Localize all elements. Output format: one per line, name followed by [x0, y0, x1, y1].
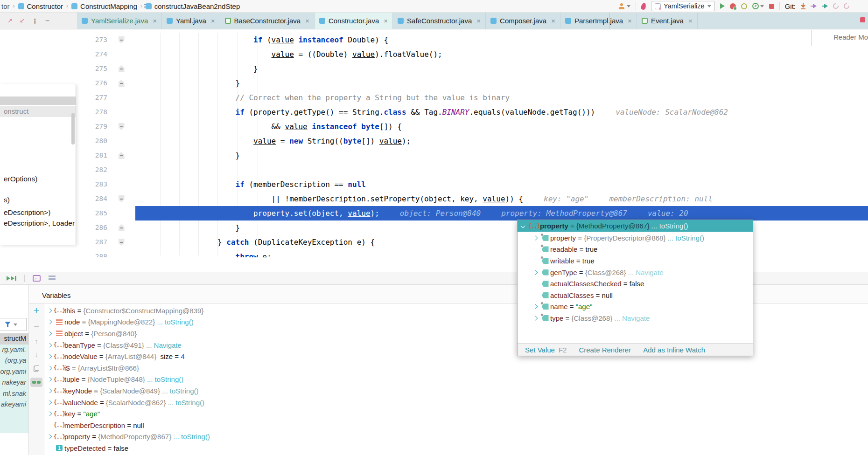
- git-commit-button[interactable]: [811, 4, 817, 8]
- popup-variable-row[interactable]: actualClassesChecked = false: [518, 278, 753, 290]
- fold-start-icon[interactable]: [119, 195, 125, 202]
- resume-program-icon[interactable]: [7, 276, 16, 281]
- fold-gutter[interactable]: [107, 119, 135, 134]
- expand-arrow-icon[interactable]: [47, 343, 52, 347]
- fold-gutter[interactable]: [107, 62, 135, 76]
- fold-gutter[interactable]: [107, 47, 135, 62]
- code-line-273[interactable]: 273 if (value instanceof Double) {: [0, 33, 868, 47]
- fold-gutter[interactable]: [107, 235, 135, 249]
- close-icon[interactable]: ×: [476, 17, 481, 25]
- expand-arrow-icon[interactable]: [47, 331, 52, 336]
- tab-parserimpl-java[interactable]: ParserImpl.java×: [560, 13, 637, 29]
- fold-gutter[interactable]: [107, 221, 135, 235]
- profiler-flame-icon[interactable]: [640, 2, 646, 10]
- tab-yamlserialize-java[interactable]: YamlSerialize.java×: [77, 13, 162, 29]
- breadcrumb-item[interactable]: Constructor: [18, 2, 63, 10]
- expand-arrow-icon[interactable]: [47, 320, 52, 324]
- fold-end-icon[interactable]: [119, 65, 125, 72]
- more-options-icon[interactable]: ⋮: [32, 17, 38, 25]
- variable-row[interactable]: {..}key = "age": [45, 408, 868, 420]
- close-icon[interactable]: ×: [551, 17, 555, 25]
- run-button[interactable]: [720, 3, 725, 9]
- stack-frame-row[interactable]: structM: [0, 333, 28, 345]
- expand-arrow-icon[interactable]: [47, 412, 52, 416]
- close-icon[interactable]: ×: [384, 17, 388, 25]
- fold-gutter[interactable]: [107, 105, 135, 119]
- close-icon[interactable]: ×: [153, 17, 157, 25]
- popup-variable-row[interactable]: readable = true: [518, 244, 753, 255]
- code-line-274[interactable]: 274 value = ((Double) value).floatValue(…: [0, 47, 868, 62]
- fold-end-icon[interactable]: [119, 224, 125, 231]
- profiler-button[interactable]: [752, 3, 764, 9]
- expand-arrow-icon[interactable]: [533, 304, 538, 309]
- stack-frame-row[interactable]: org.yami: [0, 366, 28, 378]
- expand-cell[interactable]: [45, 366, 54, 370]
- popup-action-set-value[interactable]: Set Value: [525, 346, 555, 354]
- stack-frame-row[interactable]: rg.yaml.: [0, 345, 28, 356]
- close-icon[interactable]: ×: [688, 17, 693, 25]
- stop-button[interactable]: [769, 4, 774, 9]
- fold-gutter[interactable]: [107, 206, 135, 221]
- variable-row[interactable]: {..}valueNode = {ScalarNode@862} ... toS…: [45, 397, 868, 408]
- popup-action-create-renderer[interactable]: Create Renderer: [579, 346, 631, 354]
- close-icon[interactable]: ×: [628, 17, 632, 25]
- left-panel-selected-item[interactable]: onstruct: [0, 106, 76, 117]
- expand-cell[interactable]: [45, 412, 54, 415]
- run-with-coverage-button[interactable]: [741, 3, 747, 9]
- expand-cell[interactable]: [45, 344, 54, 347]
- stack-frame-row[interactable]: nakeyar: [0, 377, 28, 388]
- expand-arrow-icon[interactable]: [533, 316, 538, 321]
- expand-cell[interactable]: [45, 378, 54, 381]
- stack-frame-row[interactable]: (org.ya: [0, 355, 28, 366]
- tab-safeconstructor-java[interactable]: SafeConstructor.java×: [393, 13, 486, 29]
- expand-arrow-icon[interactable]: [533, 270, 538, 275]
- popup-selected-row[interactable]: {..} property = {MethodProperty@867} ...…: [518, 220, 753, 232]
- popup-variable-row[interactable]: name = "age": [518, 301, 753, 313]
- expand-cell[interactable]: [531, 305, 540, 308]
- line-number[interactable]: 274: [0, 47, 107, 62]
- move-down-button[interactable]: ↓: [35, 350, 38, 358]
- expand-cell[interactable]: [45, 389, 54, 393]
- tab-event-java[interactable]: Event.java×: [637, 13, 698, 29]
- expand-cell[interactable]: [45, 332, 54, 335]
- fold-gutter[interactable]: [107, 76, 135, 90]
- run-configuration-select[interactable]: YamlSerialize: [651, 1, 715, 11]
- code-line-284[interactable]: 284 || !memberDescription.setProperty(ob…: [0, 192, 868, 206]
- expand-cell[interactable]: [45, 355, 54, 358]
- code-line-277[interactable]: 277 // Correct when the property a Strin…: [0, 90, 868, 105]
- expand-cell[interactable]: [531, 317, 540, 320]
- frames-filter[interactable]: [0, 318, 27, 331]
- left-panel-item[interactable]: eDescription>, Loader: [4, 219, 75, 228]
- fold-start-icon[interactable]: [119, 36, 125, 43]
- popup-variable-row[interactable]: property = {PropertyDescriptor@868} ... …: [518, 232, 753, 244]
- fold-gutter[interactable]: [107, 177, 135, 192]
- fold-start-icon[interactable]: [119, 239, 125, 246]
- expand-cell[interactable]: [45, 320, 54, 324]
- variable-row[interactable]: {..}memberDescription = null: [45, 420, 868, 431]
- expand-arrow-icon[interactable]: [47, 354, 52, 359]
- close-icon[interactable]: ×: [305, 17, 309, 25]
- line-number[interactable]: 275: [0, 62, 107, 76]
- variable-row[interactable]: 1typeDetected = false: [45, 442, 868, 454]
- expand-arrow-icon[interactable]: ↗: [7, 17, 13, 24]
- fold-gutter[interactable]: [107, 134, 135, 148]
- code-line-276[interactable]: 276 }: [0, 76, 868, 90]
- left-panel-item[interactable]: eDescription>): [4, 208, 50, 217]
- layout-settings-icon[interactable]: [49, 276, 56, 281]
- code-with-me-button[interactable]: [618, 3, 630, 9]
- git-update-button[interactable]: [801, 3, 805, 9]
- breadcrumb-item[interactable]: constructJavaBean2ndStep: [146, 2, 240, 10]
- popup-variable-row[interactable]: type = {Class@268} ... Navigate: [518, 312, 753, 324]
- expand-cell[interactable]: [531, 271, 540, 274]
- expand-cell[interactable]: [531, 236, 540, 240]
- popup-variable-row[interactable]: actualClasses = null: [518, 290, 753, 301]
- breadcrumb-item[interactable]: ConstructMapping: [71, 2, 137, 10]
- scrollbar-thumb[interactable]: [71, 113, 75, 145]
- expand-cell[interactable]: [45, 309, 54, 312]
- fold-gutter[interactable]: [107, 148, 135, 163]
- variable-row[interactable]: {..}property = {MethodProperty@867} ... …: [45, 431, 868, 443]
- variable-row[interactable]: {..}tuple = {NodeTuple@848} ... toString…: [45, 374, 868, 386]
- git-push-button[interactable]: [822, 4, 828, 8]
- fold-start-icon[interactable]: [119, 123, 125, 130]
- popup-variable-row[interactable]: writable = true: [518, 255, 753, 267]
